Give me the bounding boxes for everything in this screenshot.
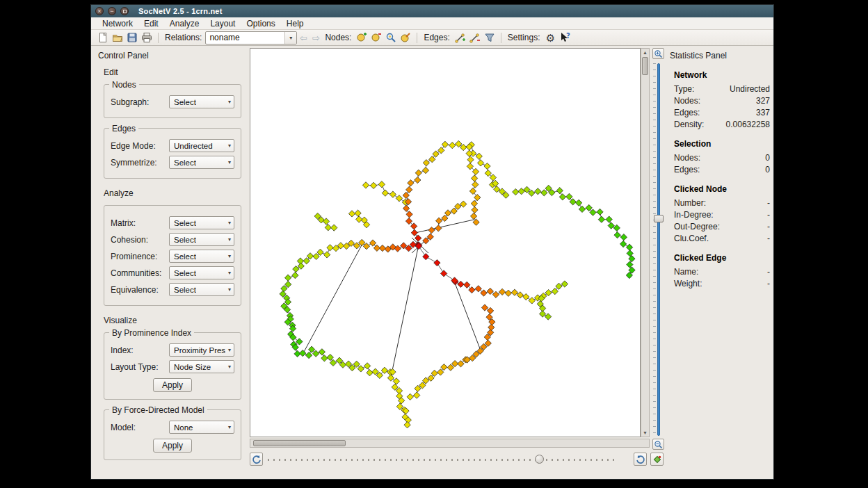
- graph-node[interactable]: [472, 206, 478, 213]
- graph-node[interactable]: [356, 216, 362, 222]
- graph-node[interactable]: [559, 194, 565, 200]
- graph-node[interactable]: [513, 188, 519, 195]
- graph-node[interactable]: [327, 245, 333, 251]
- graph-node[interactable]: [566, 193, 572, 200]
- graph-node[interactable]: [517, 292, 523, 298]
- title-bar[interactable]: × − SocNetV 2.5 - 1crn.net: [91, 5, 773, 17]
- graph-node[interactable]: [552, 288, 558, 294]
- graph-node[interactable]: [411, 229, 417, 236]
- graph-node[interactable]: [598, 216, 604, 222]
- save-network-button[interactable]: [125, 31, 139, 44]
- communities-select[interactable]: Select▾: [169, 266, 234, 279]
- graph-node[interactable]: [529, 190, 535, 196]
- graph-node[interactable]: [422, 167, 428, 173]
- scroll-up-icon[interactable]: ▲: [641, 49, 649, 56]
- rotation-slider-handle[interactable]: [535, 455, 544, 464]
- chevron-down-icon[interactable]: ▾: [284, 32, 296, 44]
- menu-edit[interactable]: Edit: [138, 17, 164, 30]
- graph-node[interactable]: [477, 160, 483, 166]
- graph-node[interactable]: [606, 216, 612, 222]
- settings-button[interactable]: ⚙: [543, 31, 557, 44]
- graph-node[interactable]: [449, 142, 456, 148]
- add-node-button[interactable]: [355, 31, 369, 44]
- graph-node[interactable]: [284, 275, 291, 281]
- graph-node[interactable]: [355, 210, 361, 216]
- graph-node[interactable]: [367, 370, 373, 376]
- new-network-button[interactable]: [96, 31, 110, 44]
- graph-node[interactable]: [406, 211, 412, 218]
- graph-node[interactable]: [373, 245, 380, 251]
- graph-node[interactable]: [435, 218, 442, 224]
- add-edge-button[interactable]: [453, 31, 467, 44]
- graph-node[interactable]: [415, 235, 421, 241]
- whats-this-button[interactable]: ?: [558, 31, 572, 44]
- graph-node[interactable]: [556, 283, 562, 289]
- apply-prominence-button[interactable]: Apply: [153, 378, 192, 392]
- menu-analyze[interactable]: Analyze: [164, 17, 205, 30]
- graph-node[interactable]: [330, 359, 336, 366]
- previous-relation-icon[interactable]: ⇦: [297, 33, 310, 43]
- menu-help[interactable]: Help: [281, 17, 310, 30]
- graph-node[interactable]: [511, 289, 517, 295]
- graph-node[interactable]: [561, 281, 568, 287]
- graph-node[interactable]: [626, 244, 632, 250]
- node-properties-button[interactable]: [399, 31, 412, 44]
- graph-node[interactable]: [429, 156, 435, 163]
- graph-node[interactable]: [325, 225, 331, 231]
- rotation-slider-track[interactable]: [268, 459, 614, 461]
- filter-edges-button[interactable]: [483, 31, 497, 44]
- graph-node[interactable]: [487, 307, 493, 314]
- find-node-button[interactable]: [384, 31, 398, 44]
- menu-network[interactable]: Network: [97, 17, 138, 30]
- graph-node[interactable]: [614, 231, 620, 238]
- graph-node[interactable]: [406, 186, 412, 193]
- graph-node[interactable]: [359, 239, 365, 245]
- open-network-button[interactable]: [111, 31, 124, 44]
- layout-type-select[interactable]: Node Size▾: [169, 360, 234, 373]
- graph-node[interactable]: [415, 177, 421, 183]
- graph-node[interactable]: [451, 208, 457, 214]
- rotate-left-button[interactable]: [250, 453, 263, 466]
- graph-node[interactable]: [364, 363, 370, 369]
- graph-node[interactable]: [505, 290, 511, 296]
- graph-node[interactable]: [378, 181, 385, 188]
- graph-node[interactable]: [369, 240, 376, 246]
- graph-node[interactable]: [481, 304, 488, 311]
- graph-node[interactable]: [570, 199, 576, 205]
- relations-diamond-button[interactable]: [650, 453, 664, 466]
- prominence-select[interactable]: Select▾: [169, 250, 234, 263]
- graph-node[interactable]: [456, 140, 462, 147]
- graph-node[interactable]: [535, 188, 541, 195]
- graph-node[interactable]: [529, 298, 535, 304]
- graph-node[interactable]: [440, 270, 447, 277]
- graph-node[interactable]: [305, 352, 312, 358]
- graph-node[interactable]: [407, 393, 413, 400]
- graph-node[interactable]: [470, 213, 476, 219]
- graph-node[interactable]: [292, 272, 298, 278]
- graph-node[interactable]: [293, 266, 299, 272]
- graph-node[interactable]: [323, 252, 330, 258]
- graph-node[interactable]: [300, 350, 306, 356]
- matrix-select[interactable]: Select▾: [169, 216, 234, 229]
- zoom-in-button[interactable]: [652, 48, 664, 59]
- cohesion-select[interactable]: Select▾: [169, 233, 234, 246]
- graph-node[interactable]: [476, 153, 482, 159]
- model-select[interactable]: None▾: [169, 421, 234, 434]
- vertical-scroll-thumb[interactable]: [642, 57, 648, 75]
- graph-node[interactable]: [404, 422, 410, 428]
- graph-node[interactable]: [545, 314, 551, 320]
- graph-node[interactable]: [396, 195, 402, 202]
- graph-node[interactable]: [393, 378, 399, 384]
- graph-node[interactable]: [415, 170, 421, 176]
- graph-node[interactable]: [524, 186, 530, 193]
- graph-node[interactable]: [475, 286, 481, 292]
- graph-node[interactable]: [321, 355, 328, 361]
- graph-node[interactable]: [442, 141, 448, 147]
- graph-node[interactable]: [319, 349, 325, 355]
- graph-node[interactable]: [403, 192, 409, 198]
- graph-node[interactable]: [303, 258, 310, 264]
- graph-node[interactable]: [467, 156, 474, 163]
- graph-node[interactable]: [469, 188, 476, 194]
- graph-node[interactable]: [434, 259, 440, 266]
- graph-node[interactable]: [487, 288, 493, 294]
